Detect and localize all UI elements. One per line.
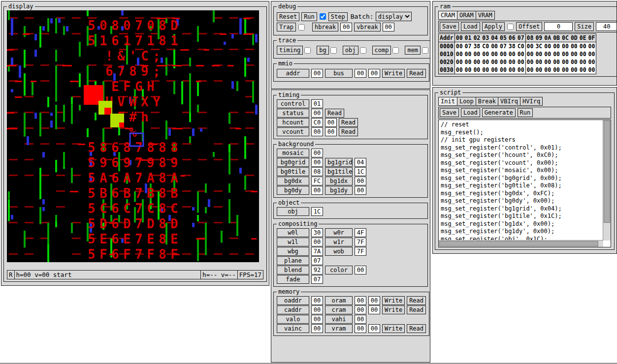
background-bg1dy-value[interactable] [355,186,366,195]
hex-cell[interactable]: 00 [579,42,587,51]
script-tab-break[interactable]: Break [476,97,498,106]
trace-comp-checkbox[interactable] [392,47,399,54]
ram-tab-oram[interactable]: ORAM [457,11,476,20]
trace-timing-button[interactable]: timing [277,46,303,55]
script-save-button[interactable]: Save [440,108,459,117]
background-bg0tile-value[interactable] [311,167,323,176]
hex-cell[interactable]: 00 [508,50,517,58]
timing-vcount-read-button[interactable]: Read [339,127,358,136]
hex-cell[interactable]: 00 [472,58,481,66]
hex-cell[interactable]: 00 [552,58,561,66]
compositing-wbg-value[interactable] [311,247,323,256]
hbreak-input[interactable] [340,23,352,31]
hex-cell[interactable]: 00 [525,50,534,58]
background-mosaic-button[interactable]: mosaic [277,149,309,157]
reset-button[interactable]: Reset [277,12,299,21]
ram-save-button[interactable]: Save [440,22,459,31]
background-bg0dy-button[interactable]: bg0dy [277,186,309,195]
compositing-w0l-value[interactable] [311,228,323,237]
memory-cram-read-button[interactable]: Read [407,305,426,314]
mmio-addr-button[interactable]: addr [277,69,309,78]
mmio-bus-button[interactable]: bus [325,69,353,78]
compositing-blend-value[interactable] [311,266,323,274]
ram-size-button[interactable]: Size [575,22,594,31]
compositing-blend-button[interactable]: blend [277,266,309,274]
memory-oaddr-value[interactable] [311,296,323,305]
compositing-w1l-button[interactable]: w1l [277,238,309,246]
background-bg1dx-value[interactable] [355,177,366,185]
vertical-scrollbar-thumb[interactable] [604,121,610,223]
timing-control-button[interactable]: control [277,99,309,108]
trace-bg-button[interactable]: bg [317,46,328,55]
memory-valo-value[interactable] [311,315,323,324]
hex-cell[interactable]: 00 [455,42,463,51]
memory-valo-button[interactable]: valo [277,315,309,324]
object-obj-button[interactable]: obj [277,207,309,216]
memory-vahi-button[interactable]: vahi [325,315,353,324]
memory-oram-read-button[interactable]: Read [407,296,426,305]
compositing-w0l-button[interactable]: w0l [277,228,309,237]
background-bg1dy-button[interactable]: bg1dy [325,186,353,195]
hex-cell[interactable]: 00 [570,50,579,58]
background-bg1dx-button[interactable]: bg1dx [325,177,353,185]
timing-status-button[interactable]: status [277,109,309,118]
memory-vram-value-1[interactable] [368,324,380,333]
timing-hcount-button[interactable]: hcount [277,118,309,127]
script-load-button[interactable]: Load [461,108,480,117]
trace-timing-checkbox[interactable] [304,47,311,54]
hex-cell[interactable]: 00 [552,66,561,74]
hex-cell[interactable]: 38 [508,42,517,51]
background-bg1grid-value[interactable] [355,158,366,167]
hex-cell[interactable]: 00 [543,58,552,66]
hex-cell[interactable]: 00 [499,66,508,74]
hex-cell[interactable]: 00 [552,50,561,58]
hex-cell[interactable]: 00 [472,50,481,58]
background-bg1grid-button[interactable]: bg1grid [325,158,353,167]
background-bg1tile-button[interactable]: bg1tile [325,167,353,176]
hex-cell[interactable]: 00 [455,66,463,74]
hex-cell[interactable]: 00 [472,66,481,74]
display-canvas[interactable] [7,10,259,262]
timing-hcount-value-0[interactable] [311,118,323,127]
ram-offset-input[interactable] [544,22,573,31]
hex-cell[interactable]: 00 [508,66,517,74]
hex-cell[interactable]: 00 [587,50,596,58]
hex-cell[interactable]: 00 [464,66,473,74]
memory-oram-value-1[interactable] [368,296,380,305]
memory-oram-value-0[interactable] [355,296,366,305]
mmio-bus-hi-input[interactable] [355,69,366,78]
hex-cell[interactable]: 00 [481,50,490,58]
compositing-plane-button[interactable]: plane [277,256,309,265]
ram-tab-vram[interactable]: VRAM [476,11,495,20]
compositing-plane-value[interactable] [311,256,323,265]
hex-cell[interactable]: 00 [490,58,499,66]
hex-cell[interactable]: 00 [570,58,579,66]
memory-caddr-value[interactable] [311,305,323,314]
horizontal-scrollbar[interactable] [439,240,603,247]
ram-size-input[interactable] [596,22,617,31]
timing-vcount-value-0[interactable] [311,127,323,136]
hex-cell[interactable]: 00 [552,42,561,51]
compositing-w1r-button[interactable]: w1r [325,238,353,246]
hex-cell[interactable]: 00 [481,66,490,74]
compositing-fade-button[interactable]: fade [277,275,309,284]
hex-cell[interactable]: 00 [543,66,552,74]
run-button[interactable]: Run [301,12,317,21]
memory-vram-write-button[interactable]: Write [382,324,405,333]
hex-cell[interactable]: 00 [481,58,490,66]
trace-mem-button[interactable]: mem [405,46,421,55]
trap-button[interactable]: Trap [277,23,296,31]
hbreak-button[interactable]: hbreak [312,23,338,31]
vertical-scrollbar[interactable] [603,120,611,241]
memory-oaddr-button[interactable]: oaddr [277,296,309,305]
mmio-addr-input[interactable] [311,69,323,78]
mmio-read-button[interactable]: Read [407,69,426,78]
memory-oram-button[interactable]: oram [325,296,353,305]
timing-vcount-button[interactable]: vcount [277,127,309,136]
hex-cell[interactable]: 00 [534,50,543,58]
memory-vainc-button[interactable]: vainc [277,324,309,333]
compositing-wob-button[interactable]: wob [325,247,353,256]
hex-cell[interactable]: 00 [499,50,508,58]
ram-apply-checkbox[interactable] [507,24,514,30]
memory-vram-read-button[interactable]: Read [407,324,426,333]
